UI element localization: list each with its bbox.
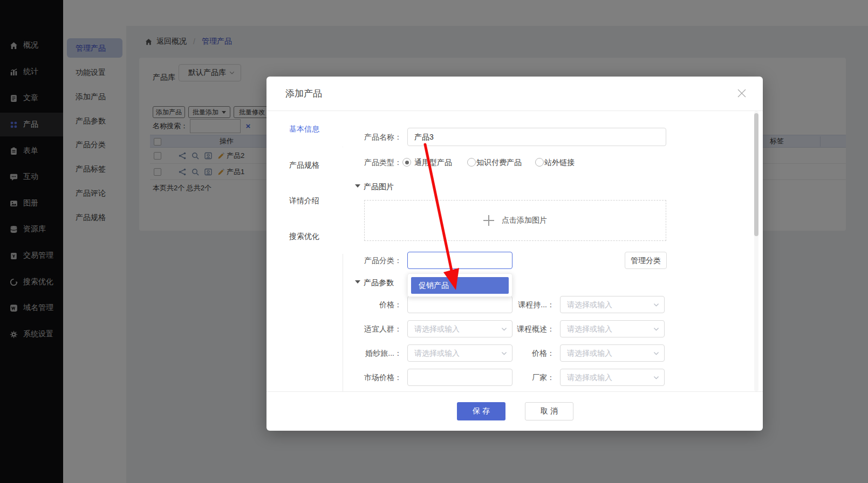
modal-tab-3[interactable]: 详情介绍 [266, 183, 343, 218]
chevron-down-icon [653, 326, 660, 333]
product-type-option-label[interactable]: 站外链接 [544, 157, 575, 167]
param-label: 厂家： [501, 369, 555, 386]
param-label: 课程持...： [501, 296, 555, 313]
modal-header: 添加产品 [266, 77, 763, 111]
params-section-label: 产品参数 [364, 278, 394, 288]
modal-tab-1[interactable]: 基本信息 [266, 111, 343, 147]
param-label: 价格： [343, 296, 402, 313]
param-label: 市场价格： [343, 369, 402, 386]
save-button[interactable]: 保 存 [457, 402, 505, 420]
param-select[interactable]: 请选择或输入 [407, 344, 512, 362]
product-type-radio-2[interactable] [467, 158, 476, 167]
modal-scrollbar-thumb[interactable] [754, 113, 758, 236]
modal-title: 添加产品 [285, 77, 322, 111]
product-type-radio-1[interactable] [402, 158, 411, 167]
product-type-label: 产品类型： [343, 154, 402, 171]
param-select[interactable]: 请选择或输入 [560, 296, 665, 313]
collapse-caret-icon[interactable] [355, 184, 360, 188]
product-type-option-label[interactable]: 通用型产品 [414, 157, 452, 167]
product-name-label: 产品名称： [343, 128, 402, 146]
collapse-caret-icon[interactable] [355, 280, 360, 284]
modal-tab-2[interactable]: 产品规格 [266, 147, 343, 183]
param-label: 课程概述： [501, 320, 555, 337]
param-input[interactable] [407, 296, 512, 313]
chevron-down-icon [653, 350, 660, 357]
cancel-button[interactable]: 取 消 [525, 402, 573, 420]
add-product-modal: 添加产品 基本信息产品规格详情介绍搜索优化 产品名称： 产品3 产品类型： 通用… [266, 77, 763, 431]
param-label: 价格： [501, 344, 555, 362]
product-type-option-label[interactable]: 知识付费产品 [476, 157, 522, 167]
param-select[interactable]: 请选择或输入 [560, 320, 665, 337]
category-input[interactable] [407, 252, 512, 269]
chevron-down-icon [653, 374, 660, 381]
param-select[interactable]: 请选择或输入 [560, 369, 665, 386]
modal-body: 产品名称： 产品3 产品类型： 通用型产品知识付费产品站外链接 产品图片 点击添… [343, 111, 753, 391]
image-section-label: 产品图片 [364, 182, 394, 192]
manage-category-button[interactable]: 管理分类 [625, 252, 667, 269]
upload-image-box[interactable]: 点击添加图片 [364, 200, 666, 241]
upload-text: 点击添加图片 [502, 216, 547, 225]
category-label: 产品分类： [343, 252, 402, 269]
product-name-input[interactable]: 产品3 [407, 128, 666, 146]
param-label: 婚纱旅...： [343, 344, 402, 362]
category-dropdown: 促销产品 [407, 273, 512, 297]
param-label: 适宜人群： [343, 320, 402, 337]
param-input[interactable] [407, 369, 512, 386]
modal-tab-4[interactable]: 搜索优化 [266, 218, 343, 254]
plus-icon [483, 215, 494, 226]
close-icon[interactable] [737, 88, 747, 98]
param-select[interactable]: 请选择或输入 [407, 320, 512, 337]
dropdown-option-selected[interactable]: 促销产品 [411, 277, 509, 294]
page: 概况统计文章产品表单互动图册资源库交易管理搜索优化域名管理系统设置 管理产品功能… [0, 0, 868, 483]
param-select[interactable]: 请选择或输入 [560, 344, 665, 362]
modal-footer: 保 存 取 消 [266, 391, 763, 431]
product-type-radio-3[interactable] [535, 158, 544, 167]
chevron-down-icon [653, 301, 660, 308]
